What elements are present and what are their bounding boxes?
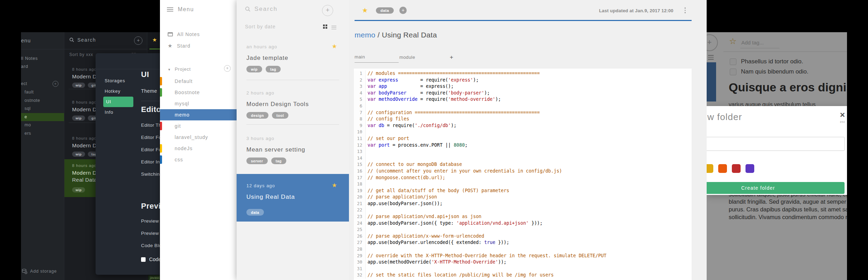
code-text: [366, 181, 368, 188]
line-number: 30: [354, 259, 366, 266]
code-line: 9 var db = require('./config/db');: [354, 122, 692, 129]
star-icon[interactable]: ★: [332, 182, 337, 189]
note-list-item[interactable]: 12 days ago ★ Using Real Data data: [237, 174, 349, 222]
dark-folder-item[interactable]: mo: [21, 121, 64, 130]
kebab-menu-icon[interactable]: [685, 7, 686, 13]
color-swatch[interactable]: [746, 164, 754, 173]
settings-option[interactable]: Editor Th: [141, 119, 160, 131]
divider: [141, 101, 160, 101]
sidebar-folder-item[interactable]: laravel_study: [160, 132, 237, 143]
settings-editor-items: Editor ThEditor FoEditor FoEditor IncSwi…: [141, 119, 160, 180]
new-note-button[interactable]: +: [322, 5, 333, 16]
checkbox-icon[interactable]: [141, 257, 146, 262]
line-number: 11: [354, 135, 366, 142]
code-text: // set our port: [366, 135, 409, 142]
dark-folder-item[interactable]: ostnote: [21, 97, 64, 105]
folder-name-input[interactable]: [707, 137, 845, 151]
settings-nav-item[interactable]: Info: [103, 107, 133, 118]
settings-option[interactable]: Editor Fo: [141, 131, 160, 144]
settings-nav-item[interactable]: Storages: [103, 76, 133, 86]
star-icon[interactable]: ★: [332, 43, 337, 50]
project-section-header[interactable]: ▼ Project: [168, 66, 191, 72]
folder-label: Default: [175, 78, 192, 84]
sidebar-folder-item[interactable]: mysql: [160, 98, 237, 109]
sidebar-folder-item[interactable]: css: [160, 154, 237, 165]
code-editor[interactable]: 1 // modules ===========================…: [354, 69, 692, 280]
sidebar-folder-item[interactable]: memo: [160, 109, 237, 120]
add-tag-button[interactable]: +: [399, 7, 407, 14]
dark-search-input[interactable]: Search: [69, 37, 96, 43]
add-folder-button[interactable]: +: [224, 65, 231, 72]
grid-view-icon[interactable]: [323, 24, 328, 29]
new-tab-button[interactable]: +: [450, 54, 453, 61]
dark-menu-label[interactable]: enu: [21, 32, 64, 49]
search-input[interactable]: Search: [245, 6, 278, 13]
code-text: app.use(methodOverride('X-HTTP-Method-Ov…: [366, 259, 506, 266]
dark-folder-item[interactable]: e: [21, 113, 64, 121]
color-swatch[interactable]: [732, 164, 741, 173]
dark-folder-item[interactable]: sql: [21, 105, 64, 113]
sidebar-folder-item[interactable]: Default: [160, 76, 237, 87]
color-swatch[interactable]: [707, 164, 713, 173]
color-swatches: [707, 164, 754, 173]
create-folder-button[interactable]: Create folder: [707, 182, 845, 194]
settings-option[interactable]: Switching: [141, 168, 160, 180]
sort-selector[interactable]: Sort by date: [245, 24, 276, 29]
dark-project-row[interactable]: ect +: [21, 80, 64, 88]
menu-button[interactable]: Menu: [167, 6, 194, 13]
note-date: 8 hours ago: [72, 67, 97, 71]
sidebar-folder-item[interactable]: git: [160, 120, 237, 132]
add-storage-label: Add storage: [30, 269, 57, 274]
settings-page-title: UI: [141, 70, 149, 79]
settings-option[interactable]: Preview F: [141, 215, 160, 227]
editor-panel: ★ data + Last updated at Jan.9, 2017 12:…: [349, 0, 707, 280]
settings-option[interactable]: Editor Fo: [141, 144, 160, 156]
code-text: // parse application/x-www-form-urlencod…: [366, 233, 484, 240]
dark-folder-item[interactable]: ers: [21, 130, 64, 138]
note-list-item[interactable]: 3 hours ago ★ Mean server setting server…: [237, 127, 349, 172]
sidebar-item-starred[interactable]: ★ Stard: [168, 43, 190, 49]
settings-nav-item[interactable]: UI: [103, 97, 133, 107]
note-list-item[interactable]: 2 hours ago ★ Modern Design Tools design…: [237, 81, 349, 126]
settings-option[interactable]: Preview F: [141, 227, 160, 239]
close-icon[interactable]: ✕: [840, 111, 845, 119]
star-icon[interactable]: ★: [152, 37, 157, 43]
color-swatch[interactable]: [718, 164, 727, 173]
breadcrumb-folder[interactable]: memo: [355, 31, 376, 39]
tab-module[interactable]: module: [399, 52, 445, 63]
tab-main[interactable]: main: [355, 52, 399, 63]
tag-pill: wip: [72, 187, 85, 192]
note-list-item[interactable]: an hours ago ★ Jade template wiptag: [237, 35, 349, 80]
sidebar-folder-item[interactable]: Boostnote: [160, 87, 237, 98]
new-note-button[interactable]: +: [134, 36, 142, 45]
dark-sidebar-link[interactable]: ll Notes: [21, 55, 64, 63]
language-badge: javascri: [148, 275, 160, 280]
sidebar-item-all-notes[interactable]: All Notes: [168, 31, 200, 37]
plus-icon[interactable]: +: [52, 81, 58, 87]
list-view-icon[interactable]: [331, 24, 336, 30]
note-title: Modern Design Tools: [246, 101, 309, 108]
line-number: 16: [354, 168, 366, 175]
code-line: 14: [354, 155, 692, 162]
sidebar-folder-item[interactable]: nodeJs: [160, 143, 237, 154]
settings-theme-label[interactable]: Theme: [141, 88, 157, 94]
settings-editor-heading: Editor: [141, 105, 160, 114]
code-text: app.use(bodyParser.urlencoded({ extended…: [366, 239, 509, 246]
settings-option[interactable]: Editor Inc: [141, 156, 160, 168]
note-tag-pill[interactable]: data: [376, 7, 394, 14]
dark-folder-item[interactable]: fault: [21, 88, 64, 97]
dark-folder-list: faultostnotesqlemoers: [21, 88, 64, 138]
dark-sort-label[interactable]: Sort by xxx: [69, 52, 93, 57]
settings-option[interactable]: Code Blo: [141, 239, 160, 252]
settings-nav-item[interactable]: Hotkey: [103, 86, 133, 97]
settings-dialog: StoragesHotkeyUIInfo UI Theme Editor Edi…: [96, 53, 160, 275]
star-toggle[interactable]: ★: [362, 6, 368, 14]
code-line: 15 // connect to our mongoDB database: [354, 161, 692, 168]
tag-pill: data: [246, 209, 264, 216]
snippet-tabs: main module +: [355, 52, 453, 63]
dark-sidebar-link[interactable]: ard: [21, 63, 64, 71]
note-date: 8 hours ago: [72, 136, 97, 140]
add-storage-button[interactable]: Add storage: [22, 267, 57, 275]
line-number: 27: [354, 239, 366, 246]
settings-checkbox-row[interactable]: Code B: [141, 253, 160, 265]
